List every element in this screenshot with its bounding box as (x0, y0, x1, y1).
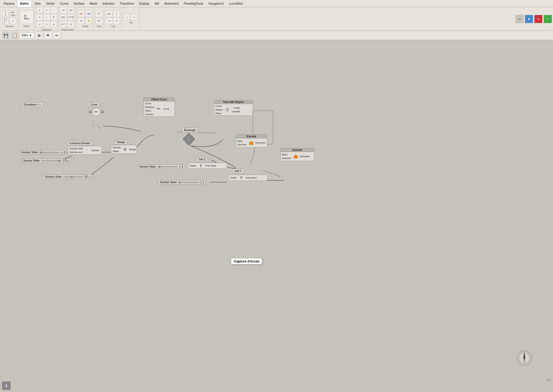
clipboard-icon-btn[interactable]: 📋 (11, 32, 18, 39)
script-vb[interactable]: VB (85, 10, 92, 17)
curve-label-node[interactable]: Curve (88, 102, 100, 107)
paint-btn[interactable]: ✏ (53, 32, 61, 39)
menu-surface[interactable]: Surface (71, 0, 87, 7)
toolbar-tr-3[interactable]: ● (534, 15, 543, 23)
offset-curve-distance-port[interactable]: Distance (144, 106, 155, 109)
domain-out-port[interactable]: Domain (91, 149, 100, 152)
extrude2-node[interactable]: Extrude Base Direction Extrusion (280, 148, 314, 161)
extrude1-dir-port[interactable]: Direction (237, 143, 248, 146)
menu-bowerbird[interactable]: Bowerbird (162, 0, 181, 7)
poly-5[interactable]: xⁿ⁺¹ (60, 21, 67, 28)
offset-curve-node[interactable]: Offset Curve Curve Distance Plane Corner… (143, 97, 175, 117)
menu-display[interactable]: Display (136, 0, 152, 7)
trim-outside-port[interactable]: Outside (231, 110, 241, 113)
slider2-track[interactable] (41, 160, 62, 162)
factor-y-in-port[interactable]: Factor (229, 176, 238, 179)
menu-lunchbox[interactable]: LunchBox (226, 0, 245, 7)
menu-kangaroo2[interactable]: Kangaroo2 (206, 0, 226, 7)
menu-sets[interactable]: Sets (32, 0, 43, 7)
menu-vector[interactable]: Vector (43, 0, 57, 7)
op-gt[interactable]: > (36, 14, 43, 21)
poly-1[interactable]: A² (60, 7, 67, 14)
op-dots[interactable]: ⁙ (50, 7, 57, 14)
poly-3[interactable]: f(x) (60, 14, 67, 21)
extrude2-out-port[interactable]: Extrusion (299, 155, 311, 158)
menu-panelingtools[interactable]: PanelingTools (181, 0, 206, 7)
toolbar-tr-2[interactable]: ◆ (525, 15, 533, 23)
trim-inside-port[interactable]: Inside (231, 106, 241, 109)
trig-2[interactable]: ∫ (113, 10, 120, 17)
domain-start-port[interactable]: Domain start (69, 147, 84, 150)
menu-maths[interactable]: Maths (17, 0, 32, 7)
extrude2-base-port[interactable]: Base (281, 153, 292, 156)
construct-domain-label[interactable]: Construct Domain (67, 141, 93, 146)
range-domain-port[interactable]: Domain (112, 146, 122, 149)
menu-params[interactable]: Params (1, 0, 17, 7)
menu-wb[interactable]: Wb (152, 0, 162, 7)
extrude2-dir-port[interactable]: Direction (281, 157, 292, 160)
slider5-track[interactable] (178, 182, 199, 183)
slider4-node[interactable]: Number Slider ◇ 2 (137, 164, 185, 169)
exceptions-chevron[interactable]: › (40, 103, 41, 106)
poly-4[interactable]: A²+B (68, 14, 74, 21)
script-python[interactable]: 🐍 (85, 17, 92, 24)
fit-view-btn[interactable]: ⊞ (35, 32, 43, 39)
menu-transform[interactable]: Transform (117, 0, 136, 7)
canvas-area[interactable]: Exceptions ▽ › Curve ◇ ✏ ◇ Offset Curve … (0, 40, 553, 392)
offset-curve-curve-port[interactable]: Curve (144, 102, 155, 105)
domain-end-port[interactable]: Domain end (69, 151, 84, 154)
time-tool-2[interactable]: ⟳ (95, 17, 102, 24)
poly-2[interactable]: 10ⁿ (68, 7, 74, 14)
unit-z-label[interactable]: Unit Z (196, 157, 208, 162)
trim-curve-port[interactable]: Curve (215, 105, 224, 108)
factor-y-out-port[interactable]: Unit vector (245, 176, 258, 179)
factor-z-in-port[interactable]: Factor (189, 164, 197, 167)
range-node[interactable]: Domain Steps ⊞ Range (111, 145, 137, 154)
factor-y-node[interactable]: Factor Unit vector (228, 175, 267, 181)
trig-4[interactable]: σ (113, 17, 120, 24)
rectangle-label-node[interactable]: Rectangle (182, 128, 198, 133)
slider1-track[interactable] (39, 152, 60, 153)
op-plus[interactable]: + (36, 7, 43, 14)
pen-output-port[interactable]: ◇ (101, 110, 104, 113)
slider5-thumb[interactable] (178, 181, 181, 183)
slider1-node[interactable]: Number Slider ◇ 0 (20, 150, 67, 155)
slider4-thumb[interactable] (158, 166, 160, 168)
factor-z-node[interactable]: Factor Unit vector (188, 163, 227, 169)
op-minus[interactable]: − (43, 14, 50, 21)
script-csharp[interactable]: C# (78, 10, 85, 17)
rectangle-diamond-container[interactable]: ◇ (183, 133, 195, 145)
domain-tool-1[interactable]: 01 (2, 10, 9, 17)
range-out-port[interactable]: Range (128, 148, 137, 151)
slider3-thumb[interactable] (71, 176, 73, 178)
util-1[interactable]: ↕ (123, 14, 130, 21)
op-lt[interactable]: < (36, 21, 43, 28)
slider4-track[interactable] (157, 166, 178, 168)
domain-tool-3[interactable]: 0 12 (2, 17, 9, 24)
trim-region-port[interactable]: Region (215, 108, 224, 111)
range-label-node[interactable]: Range (115, 140, 127, 145)
slider3-track[interactable] (63, 176, 84, 178)
menu-curve[interactable]: Curve (57, 0, 71, 7)
op-sqrt[interactable]: √ (43, 21, 50, 28)
op-lte[interactable]: ≤ (50, 21, 57, 28)
domain-tool-2[interactable]: minmax (10, 10, 16, 17)
pen-input-port[interactable]: ◇ (89, 110, 92, 113)
trim-with-region-node[interactable]: Trim with Region Curve Region Plane Insi… (214, 100, 253, 116)
factor-z-out-port[interactable]: Unit vector (205, 164, 217, 167)
util-2[interactable]: ~ (131, 14, 138, 21)
toolbar-tr-4[interactable]: ⬡ (544, 15, 552, 23)
menu-intersect[interactable]: Intersect (100, 0, 117, 7)
trig-3[interactable]: ⟿ (106, 17, 112, 24)
offset-curve-plane-port[interactable]: Plane (144, 109, 155, 112)
save-icon-btn[interactable]: 💾 (2, 32, 9, 39)
extrude1-out-port[interactable]: Extrusion (255, 141, 266, 144)
op-sum[interactable]: Σ (50, 14, 57, 21)
zoom-box[interactable]: 69% ▼ (20, 33, 34, 38)
pen-icon[interactable]: ✏ (92, 108, 100, 116)
preview-btn[interactable]: 👁 (44, 32, 52, 39)
slider3-node[interactable]: Number Slider 52 ◇ (43, 175, 92, 179)
trim-plane-port[interactable]: Plane (215, 112, 224, 115)
offset-curve-corners-port[interactable]: Corners (144, 113, 155, 116)
trig-1[interactable]: sin (106, 10, 112, 17)
